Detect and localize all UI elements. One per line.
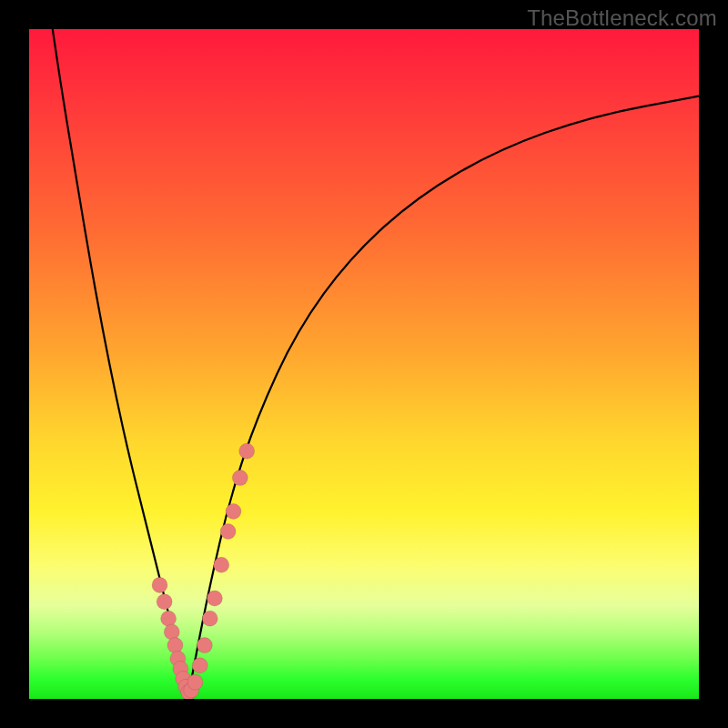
plot-area	[29, 29, 699, 699]
scatter-point	[161, 611, 177, 626]
scatter-point	[192, 658, 207, 673]
scatter-point	[220, 524, 236, 540]
scatter-point	[152, 577, 167, 592]
scatter-point	[239, 443, 255, 459]
scatter-point	[157, 594, 172, 610]
curve-right-branch	[187, 96, 699, 699]
scatter-point	[197, 638, 212, 653]
attribution-text: TheBottleneck.com	[527, 5, 717, 31]
scatter-points-group	[152, 443, 255, 699]
scatter-point	[232, 470, 248, 486]
chart-svg	[29, 29, 699, 699]
scatter-point	[207, 591, 222, 606]
scatter-point	[167, 638, 183, 653]
scatter-point	[202, 611, 217, 626]
scatter-point	[164, 624, 179, 640]
chart-container: TheBottleneck.com	[0, 0, 728, 728]
scatter-point	[187, 674, 203, 690]
scatter-point	[226, 503, 241, 519]
scatter-point	[214, 557, 229, 572]
